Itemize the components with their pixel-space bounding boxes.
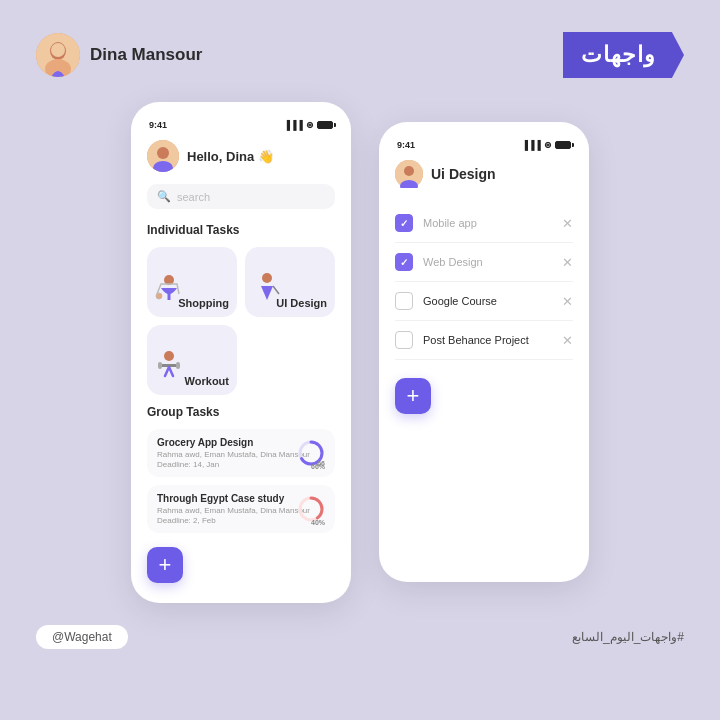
search-bar[interactable]: 🔍 search bbox=[147, 184, 335, 209]
phone2-avatar bbox=[395, 160, 423, 188]
progress-pct-2: 40% bbox=[311, 519, 325, 526]
task-cards-grid: Shopping UI Design bbox=[147, 247, 335, 395]
task-list-item-2[interactable]: ✓ Web Design ✕ bbox=[395, 243, 573, 282]
bottom-bar: @Wagehat #واجهات_اليوم_السابع bbox=[0, 609, 720, 657]
checkbox-4[interactable] bbox=[395, 331, 413, 349]
svg-line-11 bbox=[273, 286, 279, 294]
greeting-text: Hello, Dina 👋 bbox=[187, 149, 274, 164]
phones-container: 9:41 ▐▐▐ ⊛ Hello, Dina 👋 🔍 search bbox=[0, 102, 720, 603]
wifi-icon: ⊛ bbox=[306, 120, 314, 130]
group-task-1[interactable]: Grocery App Design Rahma awd, Eman Musta… bbox=[147, 429, 335, 477]
battery-icon-2 bbox=[555, 141, 571, 149]
progress-pct-1: 66% bbox=[311, 463, 325, 470]
status-bar-1: 9:41 ▐▐▐ ⊛ bbox=[147, 120, 335, 130]
shopping-illustration bbox=[151, 270, 187, 313]
signal-icon: ▐▐▐ bbox=[284, 120, 303, 130]
phone2-title: Ui Design bbox=[431, 166, 496, 182]
search-icon: 🔍 bbox=[157, 190, 171, 203]
time-2: 9:41 bbox=[397, 140, 415, 150]
svg-point-10 bbox=[262, 273, 272, 283]
task-list-item-1[interactable]: ✓ Mobile app ✕ bbox=[395, 204, 573, 243]
fab-button-2[interactable]: + bbox=[395, 378, 431, 414]
time-1: 9:41 bbox=[149, 120, 167, 130]
search-placeholder: search bbox=[177, 191, 210, 203]
greeting-avatar bbox=[147, 140, 179, 172]
status-icons-1: ▐▐▐ ⊛ bbox=[284, 120, 333, 130]
task-card-shopping[interactable]: Shopping bbox=[147, 247, 237, 317]
task-label-1: Mobile app bbox=[423, 217, 552, 229]
wifi-icon-2: ⊛ bbox=[544, 140, 552, 150]
close-btn-1[interactable]: ✕ bbox=[562, 216, 573, 231]
svg-point-5 bbox=[157, 147, 169, 159]
task-label-2: Web Design bbox=[423, 256, 552, 268]
task-list-item-4[interactable]: Post Behance Project ✕ bbox=[395, 321, 573, 360]
checkmark-2: ✓ bbox=[400, 257, 408, 268]
arabic-hashtag: #واجهات_اليوم_السابع bbox=[572, 630, 684, 644]
group-tasks-title: Group Tasks bbox=[147, 405, 335, 419]
checkbox-3[interactable] bbox=[395, 292, 413, 310]
svg-point-3 bbox=[51, 43, 65, 57]
top-bar: Dina Mansour واجهات bbox=[0, 0, 720, 94]
wagehat-tag: @Wagehat bbox=[36, 625, 128, 649]
avatar bbox=[36, 33, 80, 77]
task-card-workout[interactable]: Workout bbox=[147, 325, 237, 395]
checkbox-1[interactable]: ✓ bbox=[395, 214, 413, 232]
uidesign-illustration bbox=[249, 270, 285, 313]
status-bar-2: 9:41 ▐▐▐ ⊛ bbox=[395, 140, 573, 150]
phone2-header: Ui Design bbox=[395, 160, 573, 188]
workout-illustration bbox=[151, 348, 187, 391]
svg-point-21 bbox=[404, 166, 414, 176]
status-icons-2: ▐▐▐ ⊛ bbox=[522, 140, 571, 150]
checkmark-1: ✓ bbox=[400, 218, 408, 229]
battery-icon bbox=[317, 121, 333, 129]
greeting-row: Hello, Dina 👋 bbox=[147, 140, 335, 172]
individual-tasks-title: Individual Tasks bbox=[147, 223, 335, 237]
phone-1: 9:41 ▐▐▐ ⊛ Hello, Dina 👋 🔍 search bbox=[131, 102, 351, 603]
svg-rect-15 bbox=[176, 362, 180, 369]
task-card-uidesign[interactable]: UI Design bbox=[245, 247, 335, 317]
task-list-item-3[interactable]: Google Course ✕ bbox=[395, 282, 573, 321]
svg-point-12 bbox=[164, 351, 174, 361]
close-btn-2[interactable]: ✕ bbox=[562, 255, 573, 270]
checkbox-2[interactable]: ✓ bbox=[395, 253, 413, 271]
user-info: Dina Mansour bbox=[36, 33, 202, 77]
username: Dina Mansour bbox=[90, 45, 202, 65]
phone-2: 9:41 ▐▐▐ ⊛ Ui Design ✓ Mo bbox=[379, 122, 589, 582]
signal-icon-2: ▐▐▐ bbox=[522, 140, 541, 150]
logo: واجهات bbox=[563, 32, 684, 78]
fab-button-1[interactable]: + bbox=[147, 547, 183, 583]
close-btn-4[interactable]: ✕ bbox=[562, 333, 573, 348]
task-label-4: Post Behance Project bbox=[423, 334, 552, 346]
task-label-3: Google Course bbox=[423, 295, 552, 307]
group-task-2[interactable]: Through Egypt Case study Rahma awd, Eman… bbox=[147, 485, 335, 533]
task-card-label-workout: Workout bbox=[185, 375, 229, 387]
svg-rect-14 bbox=[158, 362, 162, 369]
close-btn-3[interactable]: ✕ bbox=[562, 294, 573, 309]
